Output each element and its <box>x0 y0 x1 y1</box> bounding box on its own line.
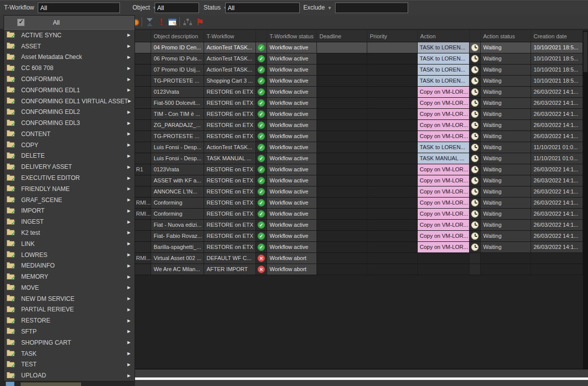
tree-item-graf-scene[interactable]: GRAF_SCENE ▶ <box>4 195 135 206</box>
table-row[interactable]: 0123Vrata RESTORE on ETX Workflow active… <box>135 87 583 98</box>
exclude-filter-input[interactable] <box>335 3 408 13</box>
tree-item-new-dm-service[interactable]: NEW DM SERVICE ▶ <box>4 293 135 304</box>
tree-item-lowres[interactable]: LOWRES ▶ <box>4 249 135 261</box>
object-filter-input[interactable] <box>155 3 199 13</box>
t-workflow-filter-input[interactable] <box>38 3 120 13</box>
tree-item-content[interactable]: CONTENT ▶ <box>4 128 135 140</box>
tree-item-partial-rerieve[interactable]: PARTIAL RERIEVE ▶ <box>4 304 135 315</box>
table-row[interactable]: RMI... Virtual Asset 002 ... DEFAULT WF … <box>135 253 583 264</box>
tree-item-friendly-name[interactable]: FRIENDLY NAME ▶ <box>4 183 135 195</box>
col-header-t-workflow-status[interactable]: T-Workflow status <box>267 30 317 42</box>
status-filter-dropdown[interactable]: Status▼ <box>204 4 228 11</box>
tree-item-label: TASK <box>21 350 36 357</box>
tree-item-active-sync[interactable]: ACTIVE SYNC ▶ <box>4 30 135 41</box>
workflow-status-icon <box>257 133 265 140</box>
folder-check-icon <box>7 274 15 280</box>
table-row[interactable]: Fiat-500 Dolcevit... RESTORE on ETX Work… <box>135 98 583 109</box>
toolbar-separator <box>142 17 142 27</box>
table-row[interactable]: ZG_PARADAJZ_... RESTORE on ETX Workflow … <box>135 120 583 131</box>
tree-item-upload[interactable]: UPLOAD ▶ <box>4 370 135 381</box>
tree-item-link[interactable]: LINK ▶ <box>4 238 135 249</box>
col-header-action-icon[interactable] <box>470 30 481 42</box>
cell-action-status: Waiting <box>481 209 531 220</box>
flag-icon[interactable]: ⚑ <box>194 17 205 27</box>
table-row[interactable]: TIM - Con TIM è ... RESTORE on ETX Workf… <box>135 109 583 120</box>
tree-item-import[interactable]: IMPORT ▶ <box>4 206 135 217</box>
table-row[interactable]: R1 0123Vrata RESTORE on ETX Workflow act… <box>135 164 583 175</box>
tree-item-all-label: All <box>53 19 59 26</box>
table-row[interactable]: 04 Promo ID Cen... ActionTest TASK... Wo… <box>135 42 583 53</box>
table-row[interactable]: TG-PROTESTE ... Shopping Cart 3 ... Work… <box>135 76 583 87</box>
tree-item-restore[interactable]: RESTORE ▶ <box>4 315 135 326</box>
tree-item-sftp[interactable]: SFTP ▶ <box>4 326 135 337</box>
tree-item-test[interactable]: TEST ▶ <box>4 359 135 370</box>
tree-item-move[interactable]: MOVE ▶ <box>4 282 135 293</box>
exclude-filter-label: Exclude <box>303 4 325 11</box>
tree-item-conforming-edl3[interactable]: CONFORMING EDL3 ▶ <box>4 117 135 128</box>
vertical-scrollbar[interactable] <box>583 31 588 369</box>
table-row[interactable]: Barilla-spaghetti_... RESTORE on ETX Wor… <box>135 242 583 253</box>
table-row[interactable]: 07 Promo ID Usij... ActionTest TASK... W… <box>135 65 583 76</box>
col-header-action[interactable]: Action <box>418 30 470 42</box>
cell-t-workflow: Shopping Cart 3 ... <box>204 76 256 87</box>
col-header-t-workflow[interactable]: T-Workflow <box>204 30 256 42</box>
table-row[interactable]: RMI... Conforming RESTORE on ETX Workflo… <box>135 198 583 209</box>
tree-item-memory[interactable]: MEMORY ▶ <box>4 271 135 282</box>
tree-item-conforming[interactable]: CONFORMING ▶ <box>4 74 135 85</box>
chevron-right-icon: ▶ <box>127 198 130 202</box>
folder-check-icon <box>7 186 15 191</box>
hourglass-icon[interactable] <box>145 17 155 27</box>
status-filter-input[interactable] <box>225 3 300 13</box>
table-row[interactable]: Fiat- Fabio Rovaz... RESTORE on ETX Work… <box>135 231 583 242</box>
tree-item-asset-metadata-check[interactable]: Asset Metadata Check ▶ <box>4 52 135 63</box>
table-row[interactable]: Luis Fonsi - Desp... TASK MANUAL ... Wor… <box>135 153 583 164</box>
col-header-creation-date[interactable]: Creation date <box>531 30 583 42</box>
tree-item-all[interactable]: All <box>4 16 135 30</box>
tree-item-task[interactable]: TASK ▶ <box>4 348 135 359</box>
col-header-priority[interactable]: Priority <box>367 30 418 42</box>
folder-check-icon <box>7 230 15 235</box>
tree-item-conforming-edl1-virtual-asset[interactable]: CONFORMING EDL1 VIRTUAL ASSET ▶ <box>4 96 135 107</box>
table-row[interactable]: TG-PROTESTE ... RESTORE on ETX Workflow … <box>135 131 583 142</box>
tree-item-shopping-cart[interactable]: SHOPPING CART ▶ <box>4 337 135 348</box>
col-header-deadline[interactable]: Deadline <box>317 30 367 42</box>
tree-item-copy[interactable]: COPY ▶ <box>4 140 135 151</box>
tree-item-executive-editor[interactable]: EXECUTIVE EDITOR ▶ <box>4 172 135 183</box>
tree-item-asset[interactable]: ASSET ▶ <box>4 41 135 52</box>
tree-item-delete[interactable]: DELETE ▶ <box>4 151 135 162</box>
col-header-object-description[interactable]: Object description <box>151 30 204 42</box>
alert-icon[interactable]: ! <box>156 17 166 27</box>
tree-item-delivery-asset[interactable]: DELIVERY ASSET ▶ <box>4 161 135 172</box>
horizontal-scrollbar-thumb[interactable] <box>135 377 588 380</box>
tree-item-mediainfo[interactable]: MEDIAINFO ▶ <box>4 260 135 271</box>
cell-action: Copy on VM-LOR... <box>418 87 470 98</box>
cell-creation-date <box>531 253 583 264</box>
table-row[interactable]: 06 Promo ID Puls... ActionTest TASK... W… <box>135 53 583 65</box>
table-row[interactable]: Fiat - Nuova edizi... RESTORE on ETX Wor… <box>135 220 583 231</box>
horizontal-scrollbar[interactable] <box>135 369 588 386</box>
col-header-ref[interactable] <box>135 30 151 42</box>
tree-item-ingest[interactable]: INGEST ▶ <box>4 216 135 227</box>
table-row[interactable]: ANNONCE L'IN... RESTORE on ETX Workflow … <box>135 186 583 198</box>
edit-note-icon[interactable] <box>167 17 177 27</box>
checkbox-checked-icon[interactable] <box>17 19 25 26</box>
vertical-scrollbar-thumb[interactable] <box>583 32 587 72</box>
tree-item-conforming-edl1[interactable]: CONFORMING EDL1 ▶ <box>4 85 135 96</box>
table-row[interactable]: RMI... Conforming RESTORE on ETX Workflo… <box>135 209 583 220</box>
tree-item-conforming-edl2[interactable]: CONFORMING EDL2 ▶ <box>4 106 135 117</box>
table-row[interactable]: We Are AC Milan... AFTER IMPORT Workflow… <box>135 264 583 275</box>
workflow-hierarchy-icon[interactable] <box>182 17 192 27</box>
table-row[interactable]: Luis Fonsi - Desp... ActionTest TASK... … <box>135 142 583 153</box>
tree-item-label: GRAF_SCENE <box>21 197 62 204</box>
tree-item-k2-test[interactable]: K2 test ▶ <box>4 227 135 238</box>
exclude-filter-dropdown[interactable]: Exclude▼ <box>303 4 332 11</box>
object-filter-dropdown[interactable]: Object▼ <box>133 4 157 11</box>
col-header-action-status[interactable]: Action status <box>481 30 531 42</box>
cell-deadline <box>317 186 367 198</box>
table-row[interactable]: ASSET with KF a... RESTORE on ETX Workfl… <box>135 175 583 186</box>
cell-action-status <box>481 264 531 275</box>
tree-item-cc-608-708[interactable]: CC 608 708 ▶ <box>4 62 135 74</box>
col-header-status-icon[interactable] <box>256 30 267 42</box>
tree-item-label: CONFORMING EDL3 <box>21 119 80 126</box>
t-workflow-filter-dropdown[interactable]: T-Workflow▼ <box>4 4 41 11</box>
